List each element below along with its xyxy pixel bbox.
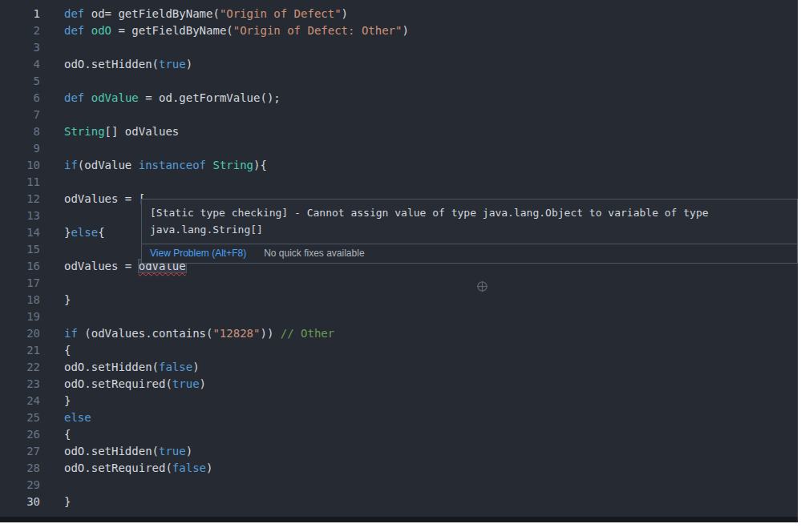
code-line[interactable]: 19 [0, 308, 798, 325]
line-number[interactable]: 10 [0, 157, 40, 174]
code-line[interactable]: 23odO.setRequired(true) [0, 376, 798, 393]
code-line-text: odO.setHidden(true) [40, 56, 192, 73]
code-line-text: odO.setHidden(false) [40, 359, 200, 376]
line-number[interactable]: 17 [0, 275, 40, 292]
hover-error-message: [Static type checking] - Cannot assign v… [142, 200, 797, 244]
code-line-text [40, 275, 64, 292]
code-line[interactable]: 1def od= getFieldByName("Origin of Defec… [0, 6, 798, 22]
line-number[interactable]: 6 [0, 90, 40, 107]
line-number[interactable]: 30 [0, 494, 40, 510]
code-line[interactable]: 4odO.setHidden(true) [0, 56, 798, 73]
code-line-text: def odValue = od.getFormValue(); [40, 90, 281, 107]
code-line[interactable]: 9 [0, 140, 798, 157]
line-number[interactable]: 16 [0, 258, 40, 275]
line-number[interactable]: 18 [0, 292, 40, 308]
no-quick-fixes-text: No quick fixes available [264, 248, 364, 259]
code-line-text [40, 107, 64, 123]
line-number[interactable]: 21 [0, 342, 40, 359]
code-line-text [40, 477, 64, 494]
code-line-text: { [40, 342, 71, 359]
code-line[interactable]: 21{ [0, 342, 798, 359]
line-number[interactable]: 13 [0, 208, 40, 224]
line-number[interactable]: 27 [0, 443, 40, 460]
code-line[interactable]: 28odO.setRequired(false) [0, 460, 798, 477]
code-line-text: } [40, 292, 71, 308]
code-line-text [40, 174, 64, 191]
line-number[interactable]: 11 [0, 174, 40, 191]
code-line-text: odValues = [ [40, 191, 145, 208]
code-line[interactable]: 30} [0, 494, 798, 510]
line-number[interactable]: 14 [0, 224, 40, 241]
code-line[interactable]: 24} [0, 393, 798, 409]
code-line[interactable]: 20if (odValues.contains("12828")) // Oth… [0, 325, 798, 342]
code-line-text: String[] odValues [40, 123, 179, 140]
code-line-text: odO.setRequired(false) [40, 460, 212, 477]
line-number[interactable]: 23 [0, 376, 40, 393]
hover-tooltip: [Static type checking] - Cannot assign v… [141, 199, 798, 264]
code-line-text: def od= getFieldByName("Origin of Defect… [40, 6, 348, 22]
code-line[interactable]: 29 [0, 477, 798, 494]
line-number[interactable]: 29 [0, 477, 40, 494]
line-number[interactable]: 4 [0, 56, 40, 73]
code-line-text [40, 140, 64, 157]
code-line-text [40, 39, 64, 56]
code-line[interactable]: 22odO.setHidden(false) [0, 359, 798, 376]
line-number[interactable]: 2 [0, 22, 40, 39]
code-line-text: }else{ [40, 224, 105, 241]
line-number[interactable]: 3 [0, 39, 40, 56]
code-line[interactable]: 17 [0, 275, 798, 292]
code-line-text: else [40, 409, 91, 426]
code-line[interactable]: 2def odO = getFieldByName("Origin of Def… [0, 22, 798, 39]
code-line[interactable]: 8String[] odValues [0, 123, 798, 140]
line-number[interactable]: 24 [0, 393, 40, 409]
code-line[interactable]: 27odO.setHidden(true) [0, 443, 798, 460]
line-number[interactable]: 5 [0, 73, 40, 90]
line-number[interactable]: 8 [0, 123, 40, 140]
code-line[interactable]: 7 [0, 107, 798, 123]
code-line-text: odO.setHidden(true) [40, 443, 192, 460]
code-line[interactable]: 3 [0, 39, 798, 56]
code-line-text: odO.setRequired(true) [40, 376, 206, 393]
code-line-text [40, 308, 64, 325]
line-number[interactable]: 19 [0, 308, 40, 325]
crosshair-icon [476, 280, 488, 292]
editor-bottom-edge [0, 517, 798, 522]
line-number[interactable]: 22 [0, 359, 40, 376]
code-line-text: def odO = getFieldByName("Origin of Defe… [40, 22, 409, 39]
code-line-text: } [40, 494, 71, 510]
view-problem-link[interactable]: View Problem (Alt+F8) [150, 248, 246, 259]
line-number[interactable]: 28 [0, 460, 40, 477]
code-line[interactable]: 6def odValue = od.getFormValue(); [0, 90, 798, 107]
line-number[interactable]: 25 [0, 409, 40, 426]
code-line-text [40, 241, 64, 258]
code-line-text: if (odValues.contains("12828")) // Other [40, 325, 334, 342]
code-editor[interactable]: 1def od= getFieldByName("Origin of Defec… [0, 0, 798, 522]
code-line[interactable]: 10if(odValue instanceof String){ [0, 157, 798, 174]
code-line[interactable]: 25else [0, 409, 798, 426]
line-number[interactable]: 12 [0, 191, 40, 208]
hover-status-bar: View Problem (Alt+F8) No quick fixes ava… [142, 244, 797, 263]
code-line-text: { [40, 426, 71, 443]
line-number[interactable]: 7 [0, 107, 40, 123]
code-line-text: } [40, 393, 71, 409]
code-line-text [40, 73, 64, 90]
code-line[interactable]: 26{ [0, 426, 798, 443]
line-number[interactable]: 20 [0, 325, 40, 342]
code-line-text: if(odValue instanceof String){ [40, 157, 267, 174]
line-number[interactable]: 15 [0, 241, 40, 258]
line-number[interactable]: 1 [0, 6, 40, 22]
line-number[interactable]: 9 [0, 140, 40, 157]
code-line[interactable]: 18} [0, 292, 798, 308]
code-line[interactable]: 11 [0, 174, 798, 191]
line-number[interactable]: 26 [0, 426, 40, 443]
code-line[interactable]: 5 [0, 73, 798, 90]
code-line-text [40, 208, 64, 224]
